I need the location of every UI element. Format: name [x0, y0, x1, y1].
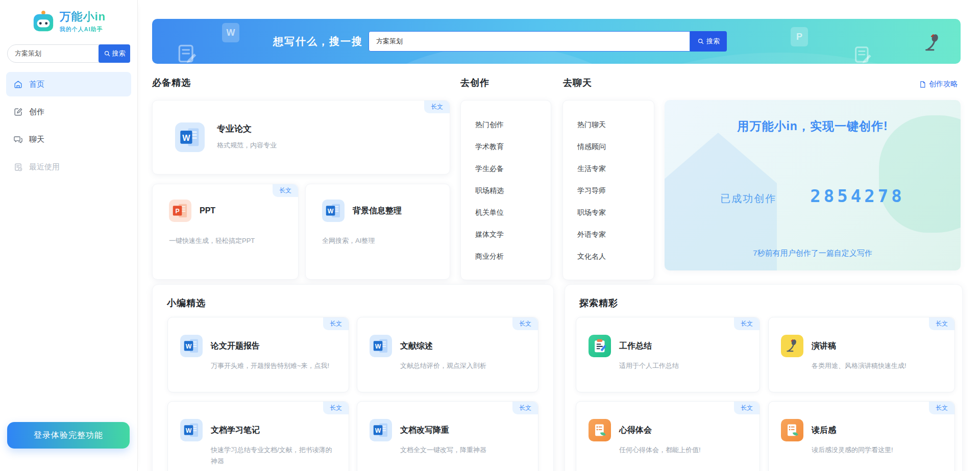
create-category-item[interactable]: 学生必备 — [461, 158, 551, 180]
scroll-icon — [589, 419, 611, 441]
microphone-icon — [781, 335, 803, 357]
sidebar-item-recent[interactable]: 最近使用 — [6, 155, 131, 179]
banner-search-button[interactable]: 搜索 — [690, 31, 727, 52]
scroll-icon — [781, 419, 803, 441]
word-icon — [180, 419, 203, 441]
create-category-item[interactable]: 商业分析 — [461, 245, 551, 267]
long-text-badge: 长文 — [323, 402, 349, 414]
card-doc-study-notes[interactable]: 长文 文档学习笔记 快速学习总结专业文档/文献，把书读薄的神器 — [167, 401, 349, 471]
card-title: 专业论文 — [217, 123, 277, 135]
card-ppt[interactable]: 长文 PPT 一键快速生成，轻松搞定PPT — [152, 184, 299, 280]
banner-prompt: 想写什么，搜一搜 — [273, 19, 363, 64]
card-speech-draft[interactable]: 长文 演讲稿 各类用途、风格演讲稿快速生成! — [768, 317, 955, 392]
section-title-explore: 探索精彩 — [579, 297, 618, 309]
section-title-chat: 去聊天 — [563, 77, 592, 89]
app-root: 万能小in 我的个人AI助手 搜索 首页 创作 聊天 — [0, 0, 980, 471]
ppt-ghost-icon: P — [791, 27, 808, 46]
card-reflections[interactable]: 长文 心得体会 任何心得体会，都能上价值! — [576, 401, 760, 471]
card-subtitle: 各类用途、风格演讲稿快速生成! — [812, 360, 942, 371]
chat-category-list: 热门聊天 情感顾问 生活专家 学习导师 职场专家 外语专家 文化名人 — [562, 100, 654, 280]
sidebar: 万能小in 我的个人AI助手 搜索 首页 创作 聊天 — [0, 0, 138, 471]
sidebar-item-create[interactable]: 创作 — [6, 100, 131, 124]
long-text-badge: 长文 — [424, 101, 450, 113]
chat-icon — [13, 135, 23, 144]
word-icon — [180, 335, 203, 357]
chat-category-item[interactable]: 热门聊天 — [563, 114, 654, 136]
card-title: PPT — [200, 206, 215, 215]
card-subtitle: 文档全文一键改写，降重神器 — [400, 444, 526, 456]
counter-value: 2854278 — [810, 186, 904, 206]
card-subtitle: 快速学习总结专业文档/文献，把书读薄的神器 — [211, 444, 336, 467]
recent-icon — [13, 162, 23, 172]
banner-search: 搜索 — [369, 31, 727, 52]
section-title-create: 去创作 — [460, 77, 489, 89]
long-text-badge: 长文 — [734, 402, 760, 414]
long-text-badge: 长文 — [512, 317, 538, 330]
login-button[interactable]: 登录体验完整功能 — [7, 422, 130, 449]
section-title-essentials: 必备精选 — [152, 77, 191, 89]
chat-category-item[interactable]: 外语专家 — [563, 224, 654, 245]
document-icon — [919, 81, 926, 88]
long-text-badge: 长文 — [273, 184, 298, 197]
card-subtitle: 任何心得体会，都能上价值! — [619, 444, 747, 456]
edit-icon — [13, 107, 23, 117]
banner-wave-decoration — [586, 53, 961, 64]
card-title: 演讲稿 — [812, 341, 942, 352]
sidebar-item-label: 最近使用 — [29, 162, 60, 172]
sidebar-search: 搜索 — [7, 44, 130, 63]
note-ghost-icon — [852, 44, 873, 64]
card-subtitle: 全网搜索，AI整理 — [322, 235, 433, 246]
promo-title: 用万能小in，实现一键创作! — [665, 118, 961, 134]
card-background-info[interactable]: 背景信息整理 全网搜索，AI整理 — [305, 184, 450, 280]
editor-picks-panel: 小编精选 长文 论文开题报告 万事开头难，开题报告特别难~来，点我! 长文 文献… — [152, 284, 554, 471]
long-text-badge: 长文 — [323, 317, 349, 330]
word-icon — [370, 335, 392, 357]
card-title: 读后感 — [812, 425, 942, 436]
create-category-item[interactable]: 学术教育 — [461, 136, 551, 158]
word-icon — [175, 122, 205, 152]
card-literature-review[interactable]: 长文 文献综述 文献总结评价，观点深入剖析 — [357, 317, 538, 392]
card-title: 文档学习笔记 — [211, 425, 336, 436]
guide-link[interactable]: 创作攻略 — [919, 80, 958, 89]
sidebar-item-label: 首页 — [29, 80, 44, 89]
chat-category-item[interactable]: 生活专家 — [563, 158, 654, 180]
create-category-item[interactable]: 热门创作 — [461, 114, 551, 136]
chat-category-item[interactable]: 情感顾问 — [563, 136, 654, 158]
search-icon — [697, 38, 704, 45]
long-text-badge: 长文 — [929, 402, 954, 414]
card-title: 心得体会 — [619, 425, 747, 436]
promo-ticker: 7秒前有用户创作了一篇自定义写作 — [665, 249, 961, 258]
create-category-item[interactable]: 机关单位 — [461, 202, 551, 224]
sidebar-search-button[interactable]: 搜索 — [99, 44, 130, 63]
card-thesis-proposal[interactable]: 长文 论文开题报告 万事开头难，开题报告特别难~来，点我! — [167, 317, 349, 392]
word-ghost-icon: W — [222, 23, 239, 42]
chat-category-item[interactable]: 文化名人 — [563, 245, 654, 267]
word-icon — [322, 200, 345, 222]
word-icon — [370, 419, 392, 441]
explore-panel: 探索精彩 长文 工作总结 适用于个人工作总结 长文 演讲稿 各类用途、风格演讲稿… — [565, 284, 963, 471]
card-book-review[interactable]: 长文 读后感 读后感没灵感的同学看这里! — [768, 401, 955, 471]
chat-category-item[interactable]: 职场专家 — [563, 202, 654, 224]
sidebar-item-label: 聊天 — [29, 135, 44, 144]
app-title: 万能小in — [60, 9, 106, 24]
clipboard-ghost-icon — [176, 42, 198, 64]
card-doc-rewrite[interactable]: 长文 文档改写降重 文档全文一键改写，降重神器 — [357, 401, 538, 471]
card-work-summary[interactable]: 长文 工作总结 适用于个人工作总结 — [576, 317, 760, 392]
robot-logo-icon — [32, 10, 55, 33]
home-icon — [13, 80, 23, 89]
promo-banner[interactable]: 用万能小in，实现一键创作! 已成功创作 2854278 7秒前有用户创作了一篇… — [665, 100, 961, 270]
ppt-icon — [169, 200, 191, 222]
clipboard-icon — [589, 335, 611, 357]
sidebar-item-chat[interactable]: 聊天 — [6, 127, 131, 152]
search-icon — [104, 50, 111, 57]
sidebar-item-home[interactable]: 首页 — [6, 72, 131, 96]
create-category-item[interactable]: 职场精选 — [461, 180, 551, 202]
chat-category-item[interactable]: 学习导师 — [563, 180, 654, 202]
counter-label: 已成功创作 — [720, 192, 776, 206]
card-title: 文献综述 — [400, 341, 526, 352]
create-category-item[interactable]: 媒体文学 — [461, 224, 551, 245]
card-professional-paper[interactable]: 长文 专业论文 格式规范，内容专业 — [152, 100, 450, 175]
banner-search-input[interactable] — [369, 31, 690, 52]
guide-link-label: 创作攻略 — [929, 80, 958, 89]
app-logo: 万能小in 我的个人AI助手 — [0, 9, 137, 33]
